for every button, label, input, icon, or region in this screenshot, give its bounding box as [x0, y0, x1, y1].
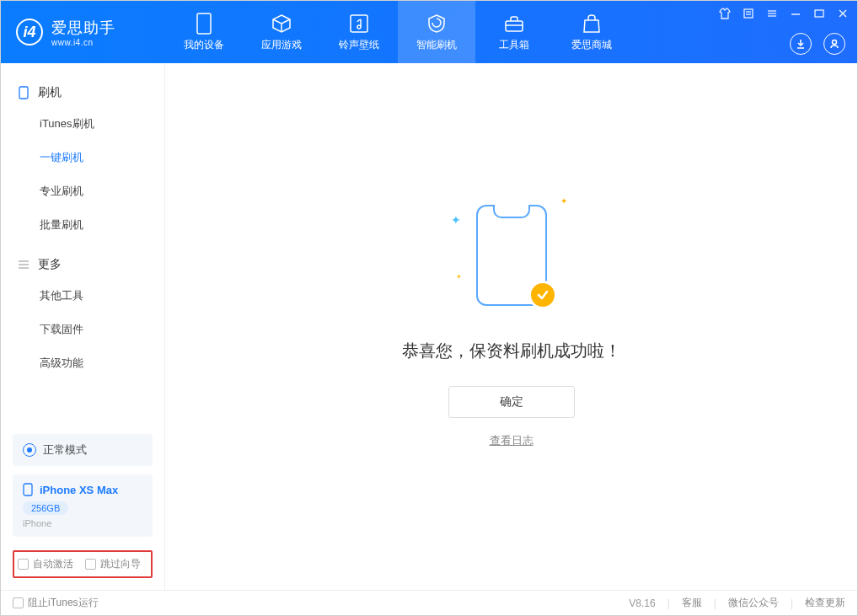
- svg-rect-20: [24, 484, 32, 495]
- checkbox-auto-activate[interactable]: 自动激活: [18, 557, 73, 571]
- tab-label: 我的设备: [184, 38, 224, 52]
- tab-label: 工具箱: [499, 38, 529, 52]
- bag-icon: [581, 13, 603, 35]
- section-title: 刷机: [38, 85, 62, 100]
- tab-toolbox[interactable]: 工具箱: [475, 1, 553, 63]
- sidebar-item-itunes-flash[interactable]: iTunes刷机: [1, 107, 164, 141]
- sidebar-item-batch-flash[interactable]: 批量刷机: [1, 208, 164, 242]
- mode-label: 正常模式: [43, 442, 87, 458]
- shirt-icon[interactable]: [717, 6, 732, 21]
- app-name: 爱思助手: [51, 18, 115, 38]
- main-tabs: 我的设备 应用游戏 铃声壁纸 智能刷机 工具箱 爱思商城: [165, 1, 630, 63]
- checkbox-label: 阻止iTunes运行: [28, 596, 99, 610]
- svg-rect-0: [197, 13, 211, 34]
- device-card[interactable]: iPhone XS Max 256GB iPhone: [13, 474, 153, 537]
- device-type: iPhone: [23, 518, 142, 528]
- app-url: www.i4.cn: [51, 38, 115, 47]
- sidebar-nav: 刷机 iTunes刷机 一键刷机 专业刷机 批量刷机 更多 其他工具 下载固件 …: [1, 63, 164, 434]
- status-bar: 阻止iTunes运行 V8.16 | 客服 | 微信公众号 | 检查更新: [1, 590, 857, 615]
- wechat-link[interactable]: 微信公众号: [728, 596, 779, 610]
- separator: |: [714, 597, 716, 609]
- tab-label: 铃声壁纸: [339, 38, 379, 52]
- download-icon[interactable]: [790, 33, 812, 55]
- checkbox-icon: [13, 597, 24, 608]
- device-icon: [193, 13, 215, 35]
- logo[interactable]: i4 爱思助手 www.i4.cn: [1, 18, 165, 47]
- sidebar: 刷机 iTunes刷机 一键刷机 专业刷机 批量刷机 更多 其他工具 下载固件 …: [1, 63, 165, 590]
- checkbox-label: 跳过向导: [100, 557, 141, 571]
- sparkle-icon: ✦: [560, 196, 567, 206]
- phone-icon: [18, 87, 29, 99]
- ok-button[interactable]: 确定: [448, 386, 575, 418]
- svg-rect-16: [19, 87, 28, 99]
- app-header: i4 爱思助手 www.i4.cn 我的设备 应用游戏 铃声壁纸 智能刷机 工具…: [1, 1, 857, 63]
- window-controls: [717, 6, 850, 21]
- device-storage: 256GB: [23, 501, 68, 515]
- app-body: 刷机 iTunes刷机 一键刷机 专业刷机 批量刷机 更多 其他工具 下载固件 …: [1, 63, 857, 590]
- tab-flash[interactable]: 智能刷机: [398, 1, 475, 63]
- view-log-link[interactable]: 查看日志: [490, 433, 534, 448]
- footer-right: V8.16 | 客服 | 微信公众号 | 检查更新: [629, 596, 845, 610]
- tab-label: 智能刷机: [416, 38, 457, 52]
- success-message: 恭喜您，保资料刷机成功啦！: [402, 340, 621, 362]
- sidebar-item-download-firmware[interactable]: 下载固件: [1, 313, 164, 346]
- shield-icon: [426, 13, 448, 35]
- menu-icon[interactable]: [764, 6, 780, 21]
- svg-rect-5: [744, 9, 753, 18]
- section-title: 更多: [38, 257, 62, 272]
- checkmark-badge-icon: [528, 281, 557, 309]
- device-name-row: iPhone XS Max: [23, 483, 142, 496]
- options-highlighted: 自动激活 跳过向导: [13, 550, 153, 578]
- checkbox-icon: [18, 559, 29, 570]
- checkbox-skip-guide[interactable]: 跳过向导: [85, 557, 141, 571]
- user-icon[interactable]: [823, 33, 845, 55]
- phone-icon: [23, 483, 33, 496]
- logo-text: 爱思助手 www.i4.cn: [51, 18, 115, 47]
- mode-card[interactable]: 正常模式: [13, 434, 153, 466]
- mode-icon: [23, 443, 36, 457]
- tab-ringtones[interactable]: 铃声壁纸: [320, 1, 398, 63]
- sidebar-item-other-tools[interactable]: 其他工具: [1, 279, 164, 313]
- tab-apps-games[interactable]: 应用游戏: [243, 1, 320, 63]
- list-icon: [18, 259, 29, 271]
- section-more[interactable]: 更多: [1, 250, 164, 279]
- separator: |: [668, 597, 670, 609]
- svg-rect-12: [815, 10, 823, 17]
- svg-rect-3: [506, 21, 523, 31]
- note-icon[interactable]: [741, 6, 756, 21]
- close-icon[interactable]: [835, 6, 850, 21]
- sidebar-item-advanced[interactable]: 高级功能: [1, 346, 164, 380]
- device-name: iPhone XS Max: [40, 484, 118, 496]
- tab-my-device[interactable]: 我的设备: [165, 1, 243, 63]
- checkbox-label: 自动激活: [33, 557, 73, 571]
- phone-outline-icon: [476, 205, 547, 306]
- checkbox-icon: [85, 559, 96, 570]
- svg-point-2: [357, 25, 361, 29]
- sparkle-icon: ✦: [451, 213, 461, 227]
- section-flash[interactable]: 刷机: [1, 78, 164, 107]
- header-actions: [790, 33, 845, 55]
- tab-label: 爱思商城: [571, 38, 612, 52]
- svg-rect-1: [351, 15, 367, 32]
- music-icon: [348, 13, 370, 35]
- update-link[interactable]: 检查更新: [805, 596, 845, 610]
- maximize-icon[interactable]: [812, 6, 827, 21]
- svg-point-15: [833, 40, 837, 45]
- tab-label: 应用游戏: [261, 38, 302, 52]
- toolbox-icon: [503, 13, 525, 35]
- checkbox-block-itunes[interactable]: 阻止iTunes运行: [13, 596, 99, 610]
- tab-store[interactable]: 爱思商城: [553, 1, 630, 63]
- sparkle-icon: ✦: [456, 273, 462, 281]
- cube-icon: [271, 13, 292, 35]
- sidebar-item-pro-flash[interactable]: 专业刷机: [1, 174, 164, 208]
- support-link[interactable]: 客服: [682, 596, 702, 610]
- separator: |: [791, 597, 793, 609]
- logo-icon: i4: [16, 19, 43, 46]
- version-label: V8.16: [629, 597, 655, 609]
- sidebar-item-oneclick-flash[interactable]: 一键刷机: [1, 141, 164, 174]
- main-content: ✦ ✦ ✦ 恭喜您，保资料刷机成功啦！ 确定 查看日志: [165, 63, 857, 590]
- success-illustration: ✦ ✦ ✦: [476, 205, 547, 306]
- minimize-icon[interactable]: [788, 6, 803, 21]
